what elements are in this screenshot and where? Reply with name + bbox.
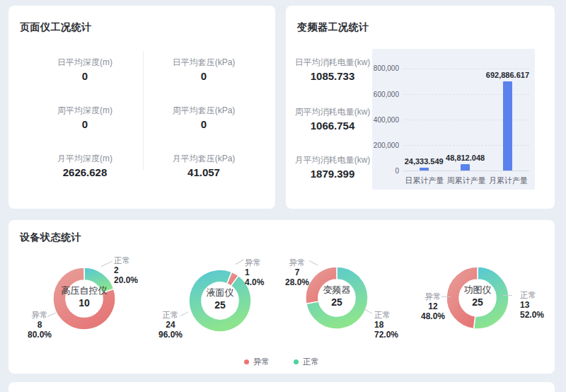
x-axis-label: 日累计产量 (403, 175, 445, 186)
slice-value: 18 (374, 320, 424, 330)
stat-label: 日平均深度(m) (28, 57, 142, 68)
device-status-card: 设备状态统计 高压自控仪 10 正常 2 20.0% 异常 8 80.0% 液面… (8, 220, 555, 374)
divider (143, 51, 144, 170)
y-axis-tick: 200,000 (372, 142, 399, 149)
slice-name: 异常 (18, 310, 62, 320)
legend-label: 正常 (303, 357, 319, 367)
donut-name: 高压自控仪 (51, 285, 117, 296)
stat-label: 周平均消耗电量(kw) (291, 106, 374, 117)
donut-center-label: 液面仪 25 (187, 287, 253, 312)
bar-chart-panel: 800,000 600,000 400,000 200,000 0 24,333… (372, 49, 535, 190)
donut-total: 10 (51, 296, 117, 310)
slice-percent: 28.0% (275, 277, 320, 287)
inverter-stats-card: 变频器工况统计 日平均消耗电量(kw) 1085.733 周平均消耗电量(kw)… (286, 6, 555, 209)
gauge-stats-card: 页面仪工况统计 日平均深度(m) 0 日平均套压(kPa) 0 周平均深度(m)… (8, 6, 275, 209)
stat-value: 0 (147, 69, 260, 83)
x-axis-label: 周累计产量 (445, 175, 487, 186)
slice-value: 2 (114, 265, 163, 275)
stat-value: 0 (28, 117, 142, 132)
bar-value-label: 48,812.048 (446, 154, 485, 162)
slice-value: 24 (148, 320, 193, 330)
slice-name: 异常 (275, 258, 320, 267)
stat-label: 日平均消耗电量(kw) (291, 57, 374, 68)
stat-value: 41.057 (147, 166, 260, 180)
slice-name: 正常 (520, 290, 566, 300)
chart-legend: 异常 正常 (8, 357, 555, 367)
slice-label-normal: 正常 2 20.0% (114, 255, 163, 285)
stat-value: 1085.733 (291, 69, 374, 83)
slice-label-abnormal: 异常 8 80.0% (18, 310, 62, 340)
card-title: 设备状态统计 (20, 231, 81, 244)
bar-value-label: 692,886.617 (486, 71, 529, 79)
slice-percent: 80.0% (18, 330, 62, 340)
stat-daily-casing-pressure: 日平均套压(kPa) 0 (147, 57, 260, 83)
slice-value: 7 (275, 267, 320, 277)
stat-daily-consumption: 日平均消耗电量(kw) 1085.733 (291, 57, 374, 83)
legend-dot-abnormal-icon (244, 359, 249, 364)
stat-monthly-depth: 月平均深度(m) 2626.628 (28, 153, 142, 180)
stat-value: 1066.754 (291, 119, 374, 133)
bar-value-label: 24,333.549 (405, 157, 444, 166)
stat-weekly-casing-pressure: 周平均套压(kPa) 0 (147, 105, 260, 132)
slice-value: 8 (18, 320, 62, 330)
y-axis-tick: 400,000 (372, 116, 399, 124)
next-card-top-edge (8, 382, 555, 392)
stat-daily-depth: 日平均深度(m) 0 (28, 57, 142, 83)
card-title: 页面仪工况统计 (20, 21, 92, 34)
stat-label: 日平均套压(kPa) (147, 57, 260, 68)
stat-label: 月平均套压(kPa) (147, 153, 260, 164)
stat-weekly-depth: 周平均深度(m) 0 (28, 105, 142, 132)
slice-value: 13 (520, 300, 566, 310)
legend-label: 异常 (253, 357, 270, 367)
stat-value: 0 (28, 69, 142, 83)
stat-label: 周平均深度(m) (28, 105, 142, 116)
stat-label: 月平均消耗电量(kw) (291, 154, 374, 166)
slice-percent: 72.0% (374, 330, 424, 340)
stat-weekly-consumption: 周平均消耗电量(kw) 1066.754 (291, 106, 374, 133)
leader-line (236, 260, 244, 265)
card-title: 变频器工况统计 (297, 21, 369, 34)
bar-column-daily: 24,333.549 (403, 69, 444, 171)
bar-weekly-output[interactable] (461, 164, 470, 171)
stat-value: 0 (147, 117, 260, 132)
slice-percent: 48.0% (410, 311, 456, 321)
slice-name: 异常 (410, 292, 456, 301)
slice-percent: 20.0% (114, 275, 163, 285)
stat-label: 周平均套压(kPa) (147, 105, 260, 116)
stat-label: 月平均深度(m) (28, 153, 142, 164)
bar-column-monthly: 692,886.617 (486, 69, 529, 171)
bar-monthly-output[interactable] (503, 81, 512, 171)
stat-value: 2626.628 (28, 166, 142, 180)
leader-line (503, 295, 512, 296)
legend-item-normal[interactable]: 正常 (294, 357, 319, 367)
slice-percent: 52.0% (520, 310, 566, 320)
slice-label-abnormal: 异常 7 28.0% (275, 258, 320, 287)
slice-label-normal: 正常 13 52.0% (520, 290, 566, 320)
slice-percent: 96.0% (148, 330, 193, 340)
slice-name: 正常 (148, 310, 193, 320)
legend-dot-normal-icon (294, 359, 299, 364)
stat-monthly-casing-pressure: 月平均套压(kPa) 41.057 (147, 153, 260, 180)
slice-label-normal: 正常 24 96.0% (148, 310, 193, 340)
bar-daily-output[interactable] (420, 168, 429, 171)
y-axis-tick: 800,000 (372, 64, 399, 72)
slice-label-abnormal: 异常 12 48.0% (410, 292, 456, 321)
donut-total: 25 (304, 296, 370, 309)
slice-value: 12 (410, 301, 456, 311)
donut-center-label: 变频器 25 (304, 284, 370, 309)
donut-center-label: 高压自控仪 10 (51, 285, 117, 310)
y-axis-tick: 600,000 (372, 91, 399, 98)
stat-value: 1879.399 (291, 167, 374, 181)
legend-item-abnormal[interactable]: 异常 (244, 357, 270, 367)
bar-plot-area: 24,333.549 48,812.048 692,886.617 (403, 69, 529, 171)
stat-monthly-consumption: 月平均消耗电量(kw) 1879.399 (291, 154, 374, 181)
y-axis-tick: 0 (372, 167, 399, 175)
bar-column-weekly: 48,812.048 (444, 69, 485, 171)
donut-total: 25 (187, 299, 253, 312)
slice-name: 正常 (114, 255, 163, 265)
x-axis-label: 月累计产量 (487, 175, 529, 186)
donut-name: 液面仪 (187, 287, 253, 299)
x-axis-labels: 日累计产量 周累计产量 月累计产量 (403, 175, 529, 186)
